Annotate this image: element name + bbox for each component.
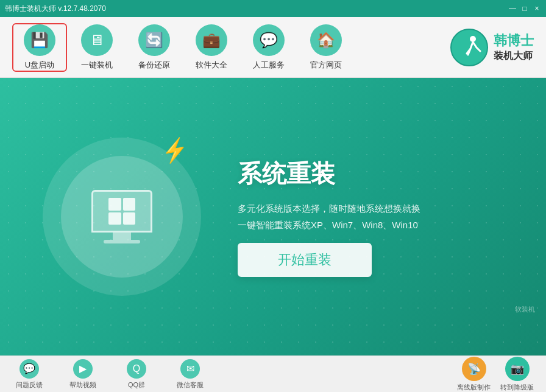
- bottom-right: 📡 离线版制作 📷 转到降级版: [457, 357, 534, 392]
- nav-item-backup[interactable]: 🔄 备份还原: [127, 23, 182, 72]
- restore-button[interactable]: □: [520, 4, 529, 13]
- monitor-stand: [113, 233, 131, 240]
- start-reinstall-button[interactable]: 开始重装: [238, 243, 372, 277]
- titlebar-title: 韩博士装机大师 v.12.7.48.2070: [5, 4, 106, 14]
- nav-icon-backup: 🔄: [138, 24, 170, 56]
- main-desc: 多元化系统版本选择，随时随地系统想换就换 一键智能重装系统XP、Win7、Win…: [238, 200, 509, 233]
- nav-label-one-click: 一键装机: [81, 60, 113, 71]
- monitor-screen: [91, 190, 152, 233]
- nav-item-one-click[interactable]: 🖥 一键装机: [69, 23, 124, 72]
- bottom-label-feedback: 问题反馈: [16, 380, 43, 390]
- bottom-icon-wechat: ✉: [180, 359, 200, 379]
- nav-icon-software: 💼: [196, 24, 227, 56]
- bottom-items-container: 💬 问题反馈 ▶ 帮助视频 Q QQ群 ✉ 微信客服: [12, 359, 222, 390]
- windows-flag: [108, 198, 135, 225]
- nav-item-software[interactable]: 💼 软件大全: [184, 23, 239, 72]
- bottom-item-wechat[interactable]: ✉ 微信客服: [173, 359, 207, 390]
- watermark: 软装机: [515, 305, 535, 314]
- titlebar-controls: — □ ×: [508, 4, 541, 13]
- desc-line1: 多元化系统版本选择，随时随地系统想换就换: [238, 200, 509, 217]
- watermark-text: 软装机: [515, 305, 535, 314]
- bottom-right-label-downgrade: 转到降级版: [500, 383, 534, 392]
- inner-circle: [61, 156, 183, 278]
- bottom-right-label-offline: 离线版制作: [457, 383, 491, 392]
- nav-label-software: 软件大全: [196, 60, 227, 71]
- desc-line2: 一键智能重装系统XP、Win7、Win8、Win10: [238, 217, 509, 233]
- svg-point-0: [451, 29, 488, 66]
- bottom-icon-feedback: 💬: [20, 359, 39, 379]
- nav-icon-official: 🏠: [310, 24, 342, 56]
- bottom-label-qq-group: QQ群: [128, 380, 145, 390]
- bottombar: 💬 问题反馈 ▶ 帮助视频 Q QQ群 ✉ 微信客服 📡 离线版制作 📷 转到降…: [0, 355, 546, 392]
- nav-item-official[interactable]: 🏠 官方网页: [299, 23, 353, 72]
- nav-label-u-disk: U盘启动: [25, 60, 54, 71]
- minimize-button[interactable]: —: [508, 4, 517, 13]
- main-title: 系统重装: [238, 157, 509, 191]
- bottom-item-feedback[interactable]: 💬 问题反馈: [12, 359, 46, 390]
- nav-icon-u-disk: 💾: [24, 24, 55, 56]
- bottom-item-help-video[interactable]: ▶ 帮助视频: [66, 359, 100, 390]
- main-content: ⚡ 系统重装 多元化系统版本选择，随时随地系统想换就换 一键智能重装系统XP、W…: [0, 78, 546, 355]
- nav-item-u-disk[interactable]: 💾 U盘启动: [12, 23, 67, 72]
- titlebar: 韩博士装机大师 v.12.7.48.2070 — □ ×: [0, 0, 546, 17]
- logo-text-area: 韩博士 装机大师: [494, 32, 534, 63]
- left-illustration: ⚡: [18, 119, 225, 314]
- bottom-right-icon-downgrade: 📷: [505, 357, 530, 381]
- nav-label-official: 官方网页: [310, 60, 342, 71]
- bottom-label-help-video: 帮助视频: [69, 380, 96, 390]
- nav-item-manual[interactable]: 💬 人工服务: [241, 23, 296, 72]
- bottom-label-wechat: 微信客服: [177, 380, 204, 390]
- bottom-icon-help-video: ▶: [73, 359, 93, 379]
- monitor-base: [104, 240, 140, 243]
- nav-label-manual: 人工服务: [253, 60, 285, 71]
- bottom-right-item-downgrade[interactable]: 📷 转到降级版: [500, 357, 534, 392]
- monitor-shape: [91, 190, 152, 243]
- logo-icon: [450, 28, 489, 67]
- lightning-icon: ⚡: [160, 135, 191, 165]
- nav-icon-manual: 💬: [253, 24, 285, 56]
- right-content: 系统重装 多元化系统版本选择，随时随地系统想换就换 一键智能重装系统XP、Win…: [225, 145, 546, 289]
- bottom-right-icon-offline: 📡: [462, 357, 486, 381]
- logo-area: 韩博士 装机大师: [450, 28, 534, 67]
- navbar: 💾 U盘启动 🖥 一键装机 🔄 备份还原 💼 软件大全 💬 人工服务 🏠 官方网…: [0, 17, 546, 78]
- nav-label-backup: 备份还原: [138, 60, 170, 71]
- bottom-item-qq-group[interactable]: Q QQ群: [119, 359, 154, 390]
- bottom-right-item-offline[interactable]: 📡 离线版制作: [457, 357, 491, 392]
- nav-items-container: 💾 U盘启动 🖥 一键装机 🔄 备份还原 💼 软件大全 💬 人工服务 🏠 官方网…: [12, 23, 353, 72]
- bottom-icon-qq-group: Q: [127, 359, 146, 379]
- nav-icon-one-click: 🖥: [81, 24, 113, 56]
- logo-brand: 韩博士: [494, 32, 534, 50]
- close-button[interactable]: ×: [533, 4, 541, 13]
- logo-sub: 装机大师: [494, 50, 534, 63]
